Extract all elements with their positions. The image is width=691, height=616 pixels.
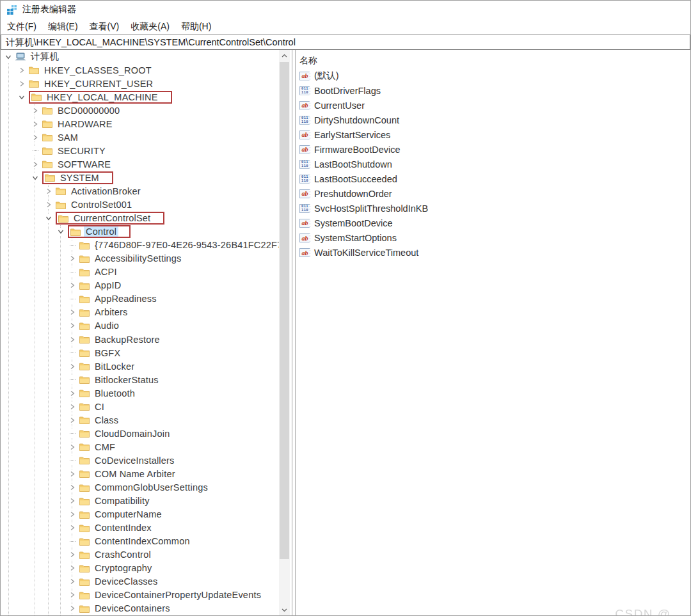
scrollbar-down-icon[interactable] [279, 604, 290, 615]
tree-item-currentcontrolset[interactable]: CurrentControlSet [1, 212, 279, 225]
chevron-right-icon[interactable] [68, 389, 76, 397]
chevron-down-icon[interactable] [18, 93, 26, 101]
address-bar[interactable]: 计算机\HKEY_LOCAL_MACHINE\SYSTEM\CurrentCon… [1, 35, 690, 50]
tree-item-item[interactable]: 计算机 [1, 50, 279, 63]
chevron-right-icon[interactable] [68, 591, 76, 599]
tree-item-clouddomainjoin[interactable]: CloudDomainJoin [1, 427, 279, 440]
scrollbar-thumb[interactable] [280, 62, 289, 559]
tree-item-hkey-classes-root[interactable]: HKEY_CLASSES_ROOT [1, 63, 279, 77]
tree-item-7746d80f-97e0-4e26-9543-26b41fc22f7[interactable]: {7746D80F-97E0-4E26-9543-26B41FC22F7 [1, 239, 279, 252]
value-row-svchostsplitthresholdinkb[interactable]: 011110SvcHostSplitThresholdInKB [299, 201, 690, 216]
chevron-down-icon[interactable] [45, 214, 52, 223]
chevron-right-icon[interactable] [68, 362, 76, 370]
tree-item-backuprestore[interactable]: BackupRestore [1, 333, 279, 346]
tree-item-contentindex[interactable]: ContentIndex [1, 521, 279, 535]
chevron-down-icon[interactable] [4, 52, 12, 61]
value-row-lastbootsucceeded[interactable]: 011110LastBootSucceeded [299, 171, 690, 186]
chevron-right-icon[interactable] [68, 524, 76, 532]
tree-item-accessibilitysettings[interactable]: AccessibilitySettings [1, 252, 279, 265]
tree-item-devicecontainerpropertyupdateevents[interactable]: DeviceContainerPropertyUpdateEvents [1, 588, 279, 602]
chevron-right-icon[interactable] [31, 106, 39, 115]
tree-item-crashcontrol[interactable]: CrashControl [1, 548, 279, 562]
menu-item-v[interactable]: 查看(V) [84, 21, 125, 33]
tree-item-bluetooth[interactable]: Bluetooth [1, 386, 279, 400]
chevron-right-icon[interactable] [68, 335, 76, 344]
tree-item-class[interactable]: Class [1, 413, 279, 427]
tree-item-software[interactable]: SOFTWARE [1, 157, 279, 171]
chevron-right-icon[interactable] [68, 416, 76, 424]
chevron-right-icon[interactable] [68, 497, 76, 505]
chevron-right-icon[interactable] [68, 551, 76, 559]
tree-item-ci[interactable]: CI [1, 400, 279, 413]
tree-item-hardware[interactable]: HARDWARE [1, 117, 279, 130]
chevron-right-icon[interactable] [68, 578, 76, 586]
menu-item-f[interactable]: 文件(F) [1, 21, 42, 33]
scrollbar-up-icon[interactable] [279, 50, 290, 61]
chevron-right-icon[interactable] [18, 66, 26, 74]
tree-item-acpi[interactable]: ACPI [1, 265, 279, 279]
value-row-item[interactable]: ab(默认) [299, 68, 690, 83]
chevron-right-icon[interactable] [45, 201, 52, 209]
tree-item-deviceclasses[interactable]: DeviceClasses [1, 575, 279, 588]
value-row-firmwarebootdevice[interactable]: abFirmwareBootDevice [299, 142, 690, 157]
value-row-preshutdownorder[interactable]: abPreshutdownOrder [299, 186, 690, 201]
string-value-icon: ab [299, 189, 310, 198]
tree-item-devicecontainers[interactable]: DeviceContainers [1, 602, 279, 615]
tree-item-cmf[interactable]: CMF [1, 440, 279, 454]
chevron-right-icon[interactable] [31, 120, 39, 128]
tree-item-security[interactable]: SECURITY [1, 144, 279, 157]
chevron-right-icon[interactable] [68, 564, 76, 573]
menu-item-h[interactable]: 帮助(H) [175, 21, 217, 33]
tree-item-appid[interactable]: AppID [1, 279, 279, 292]
value-row-waittokillservicetimeout[interactable]: abWaitToKillServiceTimeout [299, 246, 690, 260]
chevron-right-icon[interactable] [68, 322, 76, 330]
value-row-systembootdevice[interactable]: abSystemBootDevice [299, 216, 690, 230]
tree-item-system[interactable]: SYSTEM [1, 171, 279, 184]
tree-item-bgfx[interactable]: BGFX [1, 346, 279, 359]
tree-scrollbar[interactable] [279, 50, 290, 615]
chevron-right-icon[interactable] [68, 443, 76, 451]
tree-item-controlset001[interactable]: ControlSet001 [1, 198, 279, 212]
value-row-bootdriverflags[interactable]: 011110BootDriverFlags [299, 83, 690, 98]
tree-item-hkey-current-user[interactable]: HKEY_CURRENT_USER [1, 77, 279, 90]
tree-item-codeviceinstallers[interactable]: CoDeviceInstallers [1, 454, 279, 467]
tree-item-bitlocker[interactable]: BitLocker [1, 359, 279, 373]
chevron-right-icon[interactable] [68, 510, 76, 519]
tree-item-bcd00000000[interactable]: BCD00000000 [1, 104, 279, 117]
tree-item-audio[interactable]: Audio [1, 319, 279, 333]
chevron-down-icon[interactable] [31, 173, 39, 182]
menu-item-e[interactable]: 编辑(E) [42, 21, 84, 33]
tree-item-commonglobusersettings[interactable]: CommonGlobUserSettings [1, 481, 279, 494]
chevron-right-icon[interactable] [68, 281, 76, 290]
chevron-right-icon[interactable] [68, 402, 76, 411]
tree-item-appreadiness[interactable]: AppReadiness [1, 292, 279, 306]
value-row-earlystartservices[interactable]: abEarlyStartServices [299, 127, 690, 142]
tree-item-cryptography[interactable]: Cryptography [1, 562, 279, 575]
chevron-right-icon[interactable] [68, 255, 76, 263]
chevron-right-icon[interactable] [18, 79, 26, 88]
chevron-right-icon[interactable] [31, 133, 39, 141]
tree-item-compatibility[interactable]: Compatibility [1, 494, 279, 508]
tree-item-sam[interactable]: SAM [1, 130, 279, 144]
tree-item-contentindexcommon[interactable]: ContentIndexCommon [1, 535, 279, 548]
chevron-down-icon[interactable] [57, 228, 65, 236]
chevron-right-icon[interactable] [68, 484, 76, 492]
chevron-right-icon[interactable] [68, 308, 76, 317]
tree-item-hkey-local-machine[interactable]: HKEY_LOCAL_MACHINE [1, 90, 279, 104]
tree-item-computername[interactable]: ComputerName [1, 508, 279, 521]
tree-item-control[interactable]: Control [1, 225, 279, 239]
value-row-dirtyshutdowncount[interactable]: 011110DirtyShutdownCount [299, 113, 690, 127]
value-row-lastbootshutdown[interactable]: 011110LastBootShutdown [299, 157, 690, 171]
chevron-right-icon[interactable] [68, 604, 76, 613]
tree-item-com-name-arbiter[interactable]: COM Name Arbiter [1, 467, 279, 480]
value-row-systemstartoptions[interactable]: abSystemStartOptions [299, 231, 690, 246]
chevron-right-icon[interactable] [68, 470, 76, 478]
tree-item-activationbroker[interactable]: ActivationBroker [1, 184, 279, 198]
menu-item-a[interactable]: 收藏夹(A) [125, 21, 175, 33]
tree-item-bitlockerstatus[interactable]: BitlockerStatus [1, 373, 279, 386]
value-row-currentuser[interactable]: abCurrentUser [299, 98, 690, 113]
chevron-right-icon[interactable] [45, 187, 52, 195]
folder-icon [79, 443, 90, 451]
tree-item-arbiters[interactable]: Arbiters [1, 306, 279, 319]
chevron-right-icon[interactable] [31, 160, 39, 168]
